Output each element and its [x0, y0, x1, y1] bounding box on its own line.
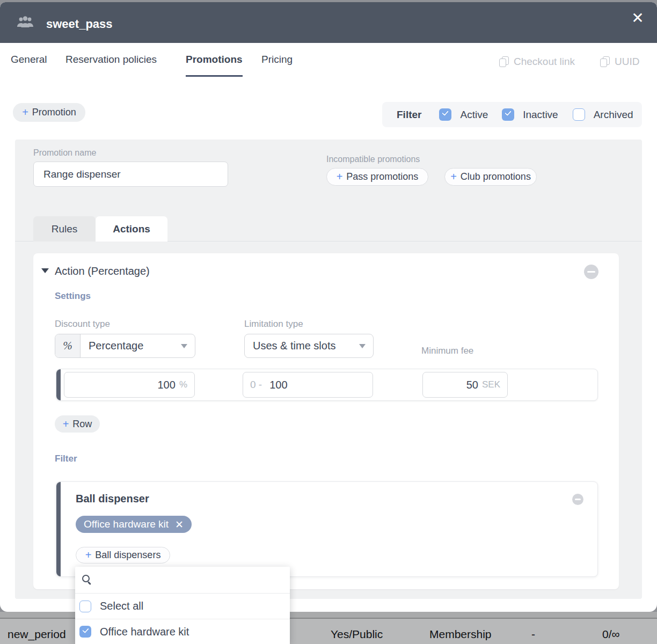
filter-option-active[interactable]: Active	[439, 108, 488, 121]
incompatible-promotions-label: Incompatible promotions	[326, 155, 420, 164]
add-ball-dispensers-button[interactable]: + Ball dispensers	[76, 547, 170, 564]
tab-rules[interactable]: Rules	[33, 216, 96, 241]
tab-pricing[interactable]: Pricing	[261, 54, 293, 75]
add-promotion-button[interactable]: + Promotion	[13, 103, 85, 122]
add-pass-promotions-label: Pass promotions	[346, 171, 418, 182]
discount-value: 100	[158, 379, 176, 391]
tab-general[interactable]: General	[11, 54, 47, 75]
filter-option-archived-label: Archived	[594, 109, 633, 121]
minimum-fee-input[interactable]: 50 SEK	[422, 372, 508, 398]
selected-item-chip: Office hardware kit ✕	[76, 516, 192, 533]
add-pass-promotions-button[interactable]: + Pass promotions	[326, 168, 428, 186]
action-title: Action (Percentage)	[55, 265, 150, 277]
uuid-label: UUID	[615, 56, 639, 68]
filter-bar-title: Filter	[397, 109, 421, 121]
background-row-cell-usage: 0/∞	[602, 628, 619, 641]
discount-type-select[interactable]: % Percentage	[55, 334, 195, 358]
background-row-cell-name: new_period	[8, 628, 66, 641]
search-icon	[82, 574, 93, 586]
uses-range-input[interactable]: 0 - 100	[243, 372, 373, 398]
dropdown-option-office-hardware-kit[interactable]: Office hardware kit	[75, 619, 290, 644]
promotion-form-panel: Promotion name Incompatible promotions +…	[15, 140, 642, 599]
checkbox-inactive[interactable]	[502, 108, 514, 121]
chip-remove-icon[interactable]: ✕	[175, 519, 184, 530]
checkbox-archived[interactable]	[573, 108, 585, 121]
uses-range-value: 100	[269, 379, 287, 391]
add-club-promotions-label: Club promotions	[461, 171, 531, 182]
plus-icon: +	[63, 418, 69, 430]
filter-item-title: Ball dispenser	[76, 493, 149, 505]
modal-title: sweet_pass	[46, 17, 113, 31]
action-filter-label: Filter	[55, 453, 77, 464]
filter-option-inactive[interactable]: Inactive	[502, 108, 558, 121]
uuid-button[interactable]: UUID	[600, 56, 639, 68]
uses-range-prefix: 0 -	[250, 379, 262, 391]
discount-value-input[interactable]: 100 %	[64, 372, 195, 398]
checkbox-active[interactable]	[439, 108, 451, 121]
chip-label: Office hardware kit	[84, 518, 169, 530]
minimum-fee-value: 50	[466, 379, 478, 391]
discount-type-label: Discount type	[55, 319, 110, 330]
limitation-type-value: Uses & time slots	[245, 340, 359, 352]
add-ball-dispensers-label: Ball dispensers	[95, 550, 160, 561]
dropdown-option-office-hardware-kit-label: Office hardware kit	[100, 626, 189, 638]
filter-option-inactive-label: Inactive	[523, 109, 558, 121]
row-accent-bar	[56, 369, 61, 400]
minimum-fee-label: Minimum fee	[421, 346, 473, 356]
tab-actions[interactable]: Actions	[96, 216, 167, 241]
tab-promotions[interactable]: Promotions	[186, 54, 243, 77]
plus-icon: +	[450, 171, 457, 183]
add-promotion-label: Promotion	[32, 107, 76, 118]
discount-type-value: Percentage	[81, 340, 181, 352]
dropdown-search[interactable]	[75, 567, 290, 593]
minimum-fee-unit: SEK	[482, 379, 500, 390]
card-accent-bar	[56, 482, 61, 576]
limitation-type-label: Limitation type	[244, 319, 303, 330]
plus-icon: +	[85, 549, 92, 561]
percent-icon: %	[55, 334, 81, 357]
background-row-cell-type: Membership	[429, 628, 492, 641]
filter-option-active-label: Active	[460, 109, 488, 121]
promotions-filter-bar: Filter Active Inactive Archived	[382, 102, 642, 127]
filter-item-card: Ball dispenser Office hardware kit ✕ + B…	[56, 481, 598, 577]
add-row-button[interactable]: + Row	[55, 415, 100, 433]
copy-icon	[600, 56, 610, 67]
remove-filter-icon[interactable]	[572, 494, 583, 505]
pass-modal: sweet_pass ✕ General Reservation policie…	[0, 2, 657, 612]
chevron-down-icon	[359, 344, 366, 348]
plus-icon: +	[337, 171, 343, 183]
action-card: Action (Percentage) Settings Discount ty…	[33, 253, 619, 589]
chevron-down-icon	[181, 344, 187, 348]
background-row-cell-dash: -	[531, 628, 535, 641]
promotion-name-label: Promotion name	[33, 148, 96, 158]
group-icon	[16, 15, 34, 30]
dropdown-option-select-all-label: Select all	[100, 600, 143, 612]
tab-reservation-policies[interactable]: Reservation policies	[65, 54, 157, 75]
checkbox-select-all[interactable]	[79, 601, 91, 612]
action-row: 100 % 0 - 100 50 SEK	[56, 369, 598, 401]
limitation-type-select[interactable]: Uses & time slots	[244, 334, 374, 358]
copy-icon	[499, 56, 509, 67]
dropdown-option-select-all[interactable]: Select all	[75, 594, 290, 619]
background-row-cell-visibility: Yes/Public	[331, 628, 383, 641]
checkbox-office-hardware-kit[interactable]	[79, 626, 91, 638]
promotion-name-input[interactable]	[33, 162, 228, 187]
collapse-caret-icon[interactable]	[41, 268, 49, 273]
add-club-promotions-button[interactable]: + Club promotions	[444, 168, 537, 186]
ball-dispensers-dropdown: Select all Office hardware kit	[75, 567, 290, 644]
modal-header: sweet_pass ✕	[0, 2, 657, 43]
add-row-label: Row	[72, 419, 92, 430]
checkout-link-label: Checkout link	[514, 56, 575, 68]
plus-icon: +	[22, 106, 28, 119]
dropdown-search-input[interactable]	[100, 574, 290, 587]
remove-action-icon[interactable]	[584, 265, 598, 279]
filter-option-archived[interactable]: Archived	[573, 108, 633, 121]
settings-label: Settings	[55, 291, 91, 302]
checkout-link-button[interactable]: Checkout link	[499, 56, 575, 68]
close-icon[interactable]: ✕	[628, 9, 647, 28]
discount-unit: %	[179, 379, 187, 390]
